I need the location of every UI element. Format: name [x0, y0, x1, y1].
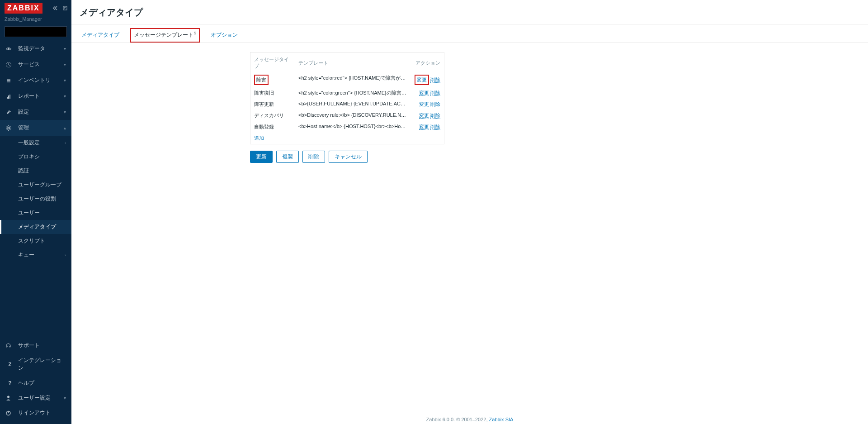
msgtype-recovery: 障害復旧 — [250, 87, 295, 99]
content-area: メッセージタイプ テンプレート アクション 障害 <h2 style="colo… — [71, 43, 868, 424]
sub-queue[interactable]: キュー› — [0, 248, 71, 262]
footer-support[interactable]: サポート — [0, 338, 71, 353]
chevron-down-icon: ▾ — [64, 78, 66, 83]
sub-mediatypes[interactable]: メディアタイプ — [0, 220, 71, 234]
logo: ZABBIX — [5, 3, 42, 14]
chevron-right-icon: › — [65, 141, 66, 145]
change-link[interactable]: 変更 — [419, 90, 429, 96]
col-template: テンプレート — [295, 52, 410, 72]
nav-label: インベントリ — [18, 76, 64, 84]
footer-label: ヘルプ — [18, 379, 34, 387]
delete-link[interactable]: 削除 — [430, 113, 440, 119]
cancel-button[interactable]: キャンセル — [329, 151, 368, 163]
chevron-down-icon: ▾ — [64, 94, 66, 99]
svg-point-3 — [8, 48, 9, 50]
sidebar-header: ZABBIX — [0, 0, 71, 14]
footer-integrations[interactable]: Z インテグレーション — [0, 353, 71, 376]
tab-options[interactable]: オプション — [209, 29, 240, 43]
sub-general[interactable]: 一般設定› — [0, 136, 71, 150]
svg-rect-5 — [7, 97, 8, 99]
footer-link[interactable]: Zabbix SIA — [489, 417, 514, 422]
nav-monitoring[interactable]: 監視データ ▾ — [0, 41, 71, 57]
wrench-icon — [5, 109, 14, 115]
sub-users[interactable]: ユーザー — [0, 206, 71, 220]
sub-usergroups[interactable]: ユーザーグループ — [0, 178, 71, 192]
sidebar: ZABBIX Zabbix_Manager 監視データ — [0, 0, 71, 424]
sub-label: プロキシ — [18, 153, 40, 161]
collapse-icon[interactable] — [52, 5, 58, 11]
add-row: 追加 — [250, 133, 444, 144]
sub-label: ユーザーの役割 — [18, 195, 56, 203]
delete-link[interactable]: 削除 — [430, 101, 440, 107]
tab-label: メッセージテンプレート — [134, 32, 193, 38]
footer-label: サインアウト — [18, 409, 51, 417]
user-icon — [5, 395, 14, 401]
sub-label: ユーザー — [18, 209, 40, 217]
expand-icon[interactable] — [62, 5, 68, 11]
svg-rect-7 — [9, 95, 10, 99]
nav-label: 設定 — [18, 108, 64, 116]
change-link[interactable]: 変更 — [419, 113, 429, 119]
add-link[interactable]: 追加 — [254, 135, 264, 141]
footer-help[interactable]: ? ヘルプ — [0, 376, 71, 391]
tab-mediatype[interactable]: メディアタイプ — [80, 29, 121, 43]
sub-label: スクリプト — [18, 237, 45, 245]
footer-prefix: Zabbix 6.0.0. © 2001–2022, — [426, 417, 489, 422]
nav-inventory[interactable]: インベントリ ▾ — [0, 72, 71, 88]
sub-auth[interactable]: 認証 — [0, 164, 71, 178]
table-row: 自動登録 <b>Host name:</b> {HOST.HOST}<br><b… — [250, 121, 444, 133]
page-title: メディアタイプ — [80, 6, 860, 19]
nav-label: レポート — [18, 92, 64, 100]
footer-usersettings[interactable]: ユーザー設定 ▾ — [0, 391, 71, 405]
footer-label: ユーザー設定 — [18, 394, 51, 402]
nav-admin[interactable]: 管理 ▴ — [0, 120, 71, 136]
z-icon: Z — [5, 362, 14, 367]
msgtype-autoreg: 自動登録 — [250, 121, 295, 133]
power-icon — [5, 410, 14, 416]
search-input[interactable] — [5, 27, 78, 37]
delete-link[interactable]: 削除 — [430, 90, 440, 96]
sub-scripts[interactable]: スクリプト — [0, 234, 71, 248]
delete-link[interactable]: 削除 — [430, 77, 440, 83]
chevron-down-icon: ▾ — [64, 46, 66, 51]
sub-userroles[interactable]: ユーザーの役割 — [0, 192, 71, 206]
clock-icon — [5, 62, 14, 68]
clone-button[interactable]: 複製 — [276, 151, 299, 163]
nav-label: サービス — [18, 61, 64, 68]
server-name: Zabbix_Manager — [0, 14, 71, 26]
nav-services[interactable]: サービス ▾ — [0, 57, 71, 72]
table-row: 障害更新 <b>{USER.FULLNAME} {EVENT.UPDATE.AC… — [250, 99, 444, 110]
change-link[interactable]: 変更 — [419, 124, 429, 130]
chart-icon — [5, 93, 14, 100]
admin-subnav: 一般設定› プロキシ 認証 ユーザーグループ ユーザーの役割 ユーザー メディア… — [0, 136, 71, 262]
tab-message-templates[interactable]: メッセージテンプレート5 — [130, 28, 200, 43]
template-text: <b>{USER.FULLNAME} {EVENT.UPDATE.ACTION}… — [295, 99, 410, 110]
footer-signout[interactable]: サインアウト — [0, 405, 71, 420]
page-header: メディアタイプ — [71, 0, 868, 24]
tabs: メディアタイプ メッセージテンプレート5 オプション — [71, 24, 868, 43]
sub-proxy[interactable]: プロキシ — [0, 150, 71, 164]
templates-table: メッセージタイプ テンプレート アクション 障害 <h2 style="colo… — [250, 52, 444, 144]
svg-rect-6 — [8, 95, 9, 99]
template-text: <b>Host name:</b> {HOST.HOST}<br><b>Host… — [295, 121, 410, 133]
update-button[interactable]: 更新 — [250, 151, 273, 163]
change-link[interactable]: 変更 — [419, 101, 429, 107]
footer-label: サポート — [18, 342, 40, 349]
col-type: メッセージタイプ — [250, 52, 295, 72]
search-box — [5, 26, 67, 37]
change-link[interactable]: 変更 — [415, 75, 429, 85]
table-row: 障害 <h2 style="color:red"> {HOST.NAME}で障害… — [250, 72, 444, 87]
chevron-down-icon: ▾ — [64, 62, 66, 67]
nav-reports[interactable]: レポート ▾ — [0, 88, 71, 104]
delete-link[interactable]: 削除 — [430, 124, 440, 130]
delete-button[interactable]: 削除 — [302, 151, 325, 163]
chevron-right-icon: › — [65, 253, 66, 257]
search-wrap — [0, 26, 71, 41]
nav-config[interactable]: 設定 ▾ — [0, 104, 71, 120]
template-text: <h2 style="color:red"> {HOST.NAME}で障害が発生… — [295, 72, 410, 87]
chevron-down-icon: ▾ — [64, 395, 66, 400]
tab-count: 5 — [194, 31, 196, 35]
eye-icon — [5, 46, 14, 52]
table-row: ディスカバリ <b>Discovery rule:</b> {DISCOVERY… — [250, 110, 444, 121]
sidebar-controls — [52, 5, 68, 11]
